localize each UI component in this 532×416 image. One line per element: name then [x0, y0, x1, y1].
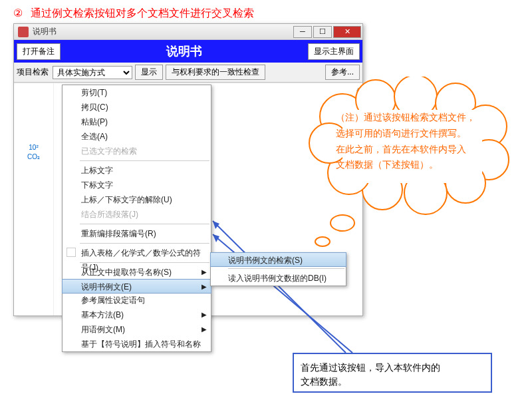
- page-heading: ② 通过例文检索按钮对多个文档文件进行交叉检索: [13, 7, 254, 21]
- menu-superscript[interactable]: 上标文字: [63, 163, 211, 178]
- subscript-sample: CO₂: [14, 152, 53, 162]
- chevron-right-icon: ▶: [201, 322, 207, 337]
- chevron-right-icon: ▶: [201, 308, 207, 322]
- menu-subscript[interactable]: 下标文字: [63, 178, 211, 192]
- menu-cut[interactable]: 剪切(T): [63, 85, 211, 100]
- menu-renumber[interactable]: 重新编排段落编号(R): [63, 226, 211, 241]
- minimize-button[interactable]: ─: [293, 26, 312, 38]
- separator: [228, 268, 344, 269]
- separator: [80, 224, 209, 224]
- menu-select-all[interactable]: 全选(A): [63, 129, 211, 144]
- submenu-examples: 说明书例文的检索(S) 读入说明书例文数据的DB(I): [210, 252, 346, 286]
- step-number: ②: [13, 7, 23, 19]
- svg-marker-15: [213, 221, 219, 229]
- titlebar: 说明书 ─ ☐ ✕: [14, 24, 362, 40]
- maximize-button[interactable]: ☐: [313, 26, 332, 38]
- search-label: 项目检索: [17, 67, 49, 78]
- app-icon: [18, 27, 29, 37]
- consistency-check-button[interactable]: 与权利要求的一致性检查: [166, 65, 265, 80]
- menu-basic-method[interactable]: 基本方法(B)▶: [63, 308, 211, 322]
- menu-release-script[interactable]: 上标／下标文字的解除(U): [63, 192, 211, 207]
- menu-insert-by-desc[interactable]: 基于【符号说明】插入符号和名称: [63, 337, 211, 351]
- menu-insert-symbol[interactable]: 插入表格／化学式／数学公式的符号(J): [63, 246, 211, 260]
- menu-attribute-sentence[interactable]: 参考属性设定语句: [63, 293, 211, 308]
- menu-paste[interactable]: 粘贴(P): [63, 114, 211, 129]
- display-button[interactable]: 显示: [135, 65, 163, 80]
- chevron-right-icon: ▶: [201, 265, 207, 280]
- document-title: 说明书: [61, 43, 308, 59]
- separator: [80, 160, 209, 161]
- callout-cloud: （注）通过该按钮检索文档文件，选择可用的语句进行文件撰写。 在此之前，首先在本软…: [296, 77, 519, 210]
- menu-copy[interactable]: 拷贝(C): [63, 100, 211, 114]
- submenu-read-db[interactable]: 读入说明书例文数据的DB(I): [211, 271, 346, 286]
- separator: [80, 243, 209, 244]
- open-annotation-button[interactable]: 打开备注: [17, 43, 61, 60]
- submenu-search-examples[interactable]: 说明书例文的检索(S): [210, 252, 346, 267]
- menu-use-example[interactable]: 用语例文(M)▶: [63, 322, 211, 337]
- search-combo[interactable]: 具体实施方式: [53, 66, 132, 79]
- gutter: 10² CO₂: [14, 83, 54, 315]
- menu-combine-paragraph: 结合所选段落(J): [63, 207, 211, 222]
- menu-extract-symbol-name[interactable]: 从正文中提取符号名称(S)▶: [63, 265, 211, 280]
- blue-header: 打开备注 说明书 显示主界面: [14, 40, 362, 63]
- window-title: 说明书: [33, 26, 293, 37]
- heading-text: 通过例文检索按钮对多个文档文件进行交叉检索: [31, 7, 254, 19]
- menu-example-text[interactable]: 说明书例文(E)▶: [62, 279, 211, 294]
- menu-search-selected: 已选文字的检索: [63, 144, 211, 158]
- cloud-annotation: （注）通过该按钮检索文档文件，选择可用的语句进行文件撰写。 在此之前，首先在本软…: [336, 110, 509, 173]
- context-menu: 剪切(T) 拷贝(C) 粘贴(P) 全选(A) 已选文字的检索 上标文字 下标文…: [62, 85, 211, 352]
- close-button[interactable]: ✕: [333, 26, 361, 38]
- chevron-right-icon: ▶: [201, 280, 207, 294]
- separator: [80, 262, 209, 263]
- superscript-sample: 10²: [14, 143, 53, 152]
- show-main-button[interactable]: 显示主界面: [308, 43, 360, 60]
